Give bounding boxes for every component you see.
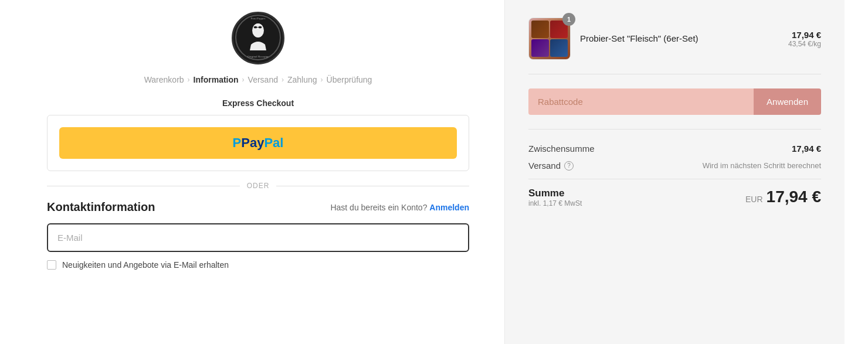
subtotal-row: Zwischensumme 17,94 € (528, 144, 821, 154)
shipping-value: Wird im nächsten Schritt berechnet (703, 161, 821, 170)
breadcrumb-item-versand[interactable]: Versand (248, 75, 278, 84)
shipping-row: Versand ? Wird im nächsten Schritt berec… (528, 161, 821, 171)
product-badge: 1 (562, 13, 575, 26)
svg-text:Frau Poppes: Frau Poppes (251, 17, 266, 20)
chevron-icon-1: › (188, 76, 190, 84)
logo-area: Original Rezeptur Frau Poppes (47, 12, 469, 64)
oder-divider: ODER (47, 182, 469, 190)
email-input-wrapper (47, 223, 469, 252)
left-panel: Original Rezeptur Frau Poppes Warenkorb … (0, 0, 504, 344)
contact-title: Kontaktinformation (47, 200, 155, 214)
chevron-icon-3: › (282, 76, 284, 84)
breadcrumb-item-zahlung[interactable]: Zahlung (287, 75, 317, 84)
oder-label: ODER (247, 182, 270, 190)
newsletter-checkbox[interactable] (47, 260, 56, 270)
product-name: Probier-Set "Fleisch" (6er-Set) (580, 33, 779, 43)
svg-rect-4 (259, 26, 262, 28)
paypal-button[interactable]: PPayPal (59, 127, 457, 159)
shipping-label: Versand ? (528, 161, 574, 171)
product-price-main: 17,94 € (788, 30, 821, 40)
total-row: Summe inkl. 1,17 € MwSt EUR 17,94 € (528, 188, 821, 207)
svg-rect-3 (254, 26, 257, 28)
product-row: 1 Probier-Set "Fleisch" (6er-Set) 17,94 … (528, 18, 821, 74)
logo-svg: Original Rezeptur Frau Poppes (235, 14, 282, 61)
chevron-icon-2: › (242, 76, 245, 84)
chevron-icon-4: › (321, 76, 323, 84)
contact-header: Kontaktinformation Hast du bereits ein K… (47, 200, 469, 214)
divider (528, 179, 821, 179)
product-image-wrapper: 1 (528, 18, 571, 60)
product-pkg-1 (531, 21, 549, 38)
product-price-per-kg: 43,54 €/kg (788, 40, 821, 48)
product-pkg-3 (531, 39, 549, 57)
total-currency: EUR (745, 195, 763, 204)
breadcrumb: Warenkorb › Information › Versand › Zahl… (47, 75, 469, 84)
email-input[interactable] (57, 233, 459, 243)
subtotal-value: 17,94 € (792, 144, 821, 154)
rabattcode-input[interactable] (528, 88, 754, 115)
total-value-area: EUR 17,94 € (745, 188, 821, 206)
total-sub: inkl. 1,17 € MwSt (528, 199, 582, 207)
rabattcode-button[interactable]: Anwenden (754, 88, 821, 115)
newsletter-label[interactable]: Neuigkeiten und Angebote via E-Mail erha… (62, 260, 229, 270)
product-details: Probier-Set "Fleisch" (6er-Set) (580, 33, 779, 45)
login-prompt: Hast du bereits ein Konto? Anmelden (330, 203, 469, 212)
paypal-logo: PPayPal (233, 135, 284, 151)
breadcrumb-item-ueberpruefung[interactable]: Überprüfung (327, 75, 372, 84)
newsletter-row: Neuigkeiten und Angebote via E-Mail erha… (47, 260, 469, 270)
logo: Original Rezeptur Frau Poppes (232, 12, 284, 64)
breadcrumb-item-warenkorb[interactable]: Warenkorb (144, 75, 184, 84)
total-amount: 17,94 € (767, 188, 821, 206)
rabattcode-row: Anwenden (528, 88, 821, 130)
total-label-area: Summe inkl. 1,17 € MwSt (528, 188, 582, 207)
svg-text:Original Rezeptur: Original Rezeptur (247, 55, 269, 58)
total-label: Summe (528, 188, 582, 199)
shipping-help-icon[interactable]: ? (564, 161, 574, 171)
product-pkg-4 (550, 39, 568, 57)
subtotal-label: Zwischensumme (528, 144, 595, 154)
breadcrumb-item-information[interactable]: Information (194, 75, 239, 84)
express-checkout-box: PPayPal (47, 115, 469, 171)
product-price-area: 17,94 € 43,54 €/kg (788, 30, 821, 48)
login-link[interactable]: Anmelden (429, 203, 469, 212)
right-panel: 1 Probier-Set "Fleisch" (6er-Set) 17,94 … (504, 0, 845, 344)
express-checkout-title: Express Checkout (47, 98, 469, 108)
